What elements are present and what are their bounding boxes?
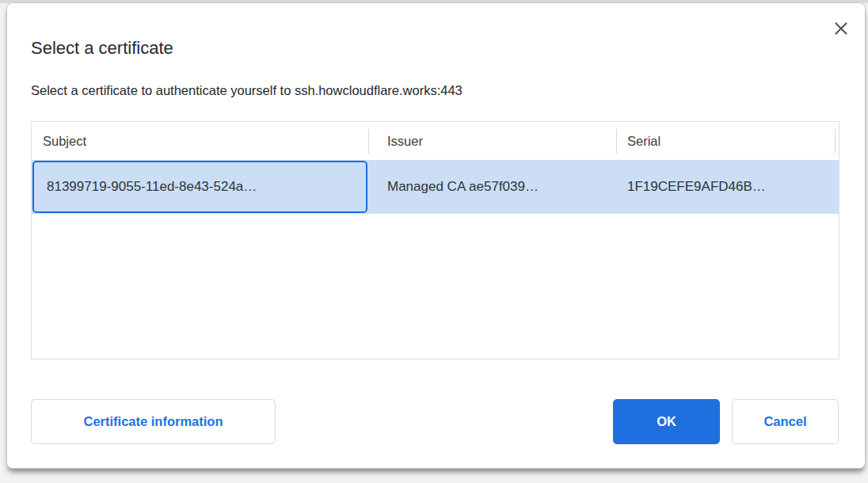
cell-serial[interactable]: 1F19CEFE9AFD46B… [627,160,766,214]
close-icon [833,21,849,36]
column-divider [368,129,369,154]
certificate-information-button[interactable]: Certificate information [31,399,276,444]
column-header-serial: Serial [627,122,661,160]
ok-button[interactable]: OK [613,399,720,444]
select-certificate-dialog: Select a certificate Select a certificat… [6,2,866,469]
cell-subject[interactable]: 81399719-9055-11ed-8e43-524a… [32,161,367,213]
table-header: Subject Issuer Serial [32,122,839,160]
column-divider [616,129,617,154]
column-divider [835,129,836,154]
close-button[interactable] [828,15,855,42]
certificate-table: Subject Issuer Serial 81399719-9055-11ed… [31,121,839,359]
dialog-title: Select a certificate [31,38,173,59]
column-header-issuer: Issuer [387,122,423,160]
table-body: 81399719-9055-11ed-8e43-524a…Managed CA … [32,160,839,214]
table-row[interactable]: 81399719-9055-11ed-8e43-524a…Managed CA … [32,160,839,214]
cancel-button[interactable]: Cancel [732,399,839,444]
dialog-subtitle: Select a certificate to authenticate you… [31,83,463,98]
column-header-subject: Subject [43,122,86,160]
cell-issuer[interactable]: Managed CA ae57f039… [387,160,539,214]
